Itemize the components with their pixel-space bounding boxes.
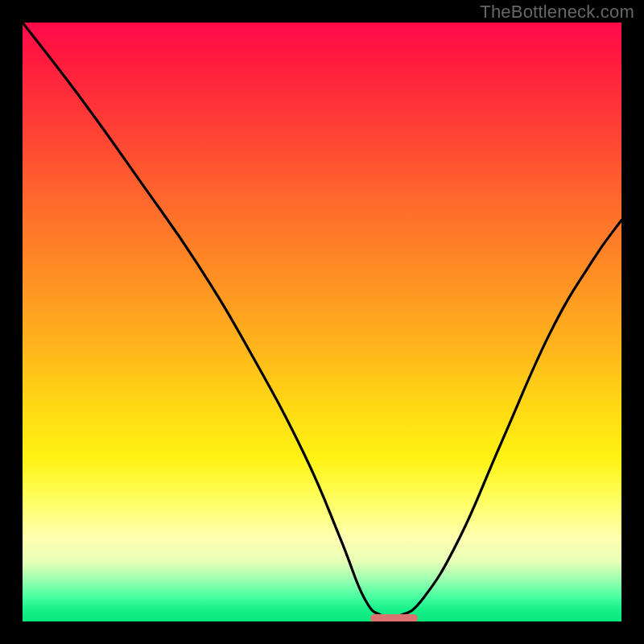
bottleneck-curve bbox=[23, 23, 621, 621]
attribution-label: TheBottleneck.com bbox=[480, 2, 634, 23]
plot-area bbox=[23, 23, 621, 621]
optimal-range-marker bbox=[370, 614, 419, 621]
chart-frame: TheBottleneck.com bbox=[0, 0, 644, 644]
curve-path bbox=[23, 23, 621, 618]
